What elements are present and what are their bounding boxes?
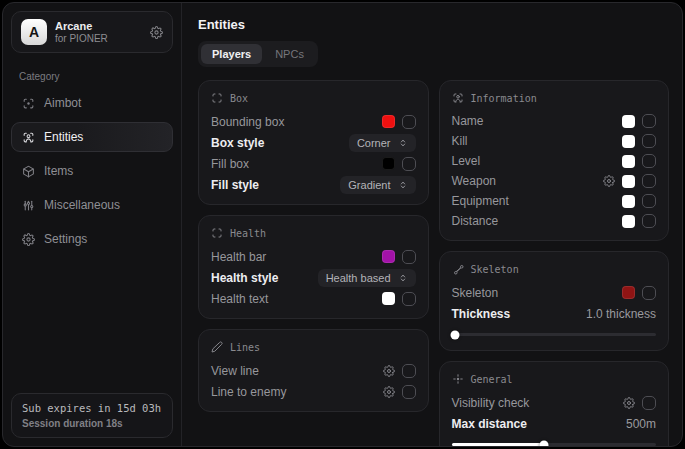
max-distance-slider[interactable] [452,443,657,446]
thickness-slider[interactable] [452,333,657,336]
card-title: Box [230,93,248,104]
kill-checkbox[interactable] [642,134,656,148]
row-label: Health text [211,292,268,306]
box-card: Box Bounding box Box style Corne [198,80,429,205]
general-card: General Visibility check Max distance 50… [439,361,670,447]
weapon-checkbox[interactable] [642,174,656,188]
logo-card: A Arcane for PIONER [11,11,173,53]
sidebar-item-miscellaneous[interactable]: Miscellaneous [11,190,173,220]
person-scan-icon [22,131,35,144]
tab-players[interactable]: Players [201,44,262,64]
visibility-check-row: Visibility check [452,392,657,413]
distance-checkbox[interactable] [642,214,656,228]
row-label: Distance [452,214,499,228]
box-icon [211,92,223,104]
gear-icon[interactable] [383,386,395,398]
health-style-row: Health style Health based [211,267,416,288]
color-swatch[interactable] [622,215,635,228]
lines-card: Lines View line Line to enemy [198,329,429,412]
row-label: Box style [211,136,264,150]
health-card: Health Health bar Health style H [198,215,429,319]
card-title: General [471,374,513,385]
skeleton-card: Skeleton Skeleton Thickness 1.0 thicknes… [439,251,670,351]
row-label: Visibility check [452,396,530,410]
entity-type-tabs: Players NPCs [198,41,318,67]
sidebar-item-entities[interactable]: Entities [11,122,173,152]
information-card: Information Name Kill [439,80,670,241]
sub-expires-text: Sub expires in 15d 03h [22,402,162,414]
color-swatch[interactable] [382,157,395,170]
row-label: Name [452,114,484,128]
color-swatch[interactable] [622,195,635,208]
fill-style-dropdown[interactable]: Gradient [340,176,415,194]
view-line-checkbox[interactable] [402,364,416,378]
color-swatch[interactable] [622,155,635,168]
sidebar-item-items[interactable]: Items [11,156,173,186]
person-scan-icon [452,92,464,104]
color-swatch[interactable] [622,175,635,188]
slider-thumb[interactable] [539,440,548,447]
row-label: Line to enemy [211,385,286,399]
app-logo: A [21,19,47,45]
skeleton-checkbox[interactable] [642,286,656,300]
health-text-row: Health text [211,288,416,309]
crosshair-icon [22,97,35,110]
color-swatch[interactable] [622,286,635,299]
max-distance-row: Max distance 500m [452,413,657,434]
equipment-checkbox[interactable] [642,194,656,208]
slider-thumb[interactable] [450,330,459,339]
health-icon [211,227,223,239]
level-checkbox[interactable] [642,154,656,168]
row-label: Fill style [211,178,259,192]
bounding-box-checkbox[interactable] [402,115,416,129]
subscription-card: Sub expires in 15d 03h Session duration … [11,393,173,438]
card-title: Lines [230,342,260,353]
sidebar: A Arcane for PIONER Category Aimbot Enti… [3,3,182,446]
row-label: Max distance [452,417,527,431]
health-bar-row: Health bar [211,246,416,267]
bone-icon [452,263,464,275]
gear-icon[interactable] [623,397,635,409]
gear-icon [22,233,35,246]
sidebar-item-label: Entities [44,130,83,144]
gear-icon[interactable] [603,175,615,187]
view-line-row: View line [211,360,416,381]
main-panel: Entities Players NPCs Box Bounding box [182,3,682,446]
color-swatch[interactable] [622,135,635,148]
kill-row: Kill [452,131,657,151]
app-subtitle: for PIONER [55,33,108,44]
sidebar-nav: Aimbot Entities Items Miscellaneous Sett… [3,86,181,256]
page-title: Entities [198,17,682,32]
row-label: Health style [211,271,278,285]
visibility-check-checkbox[interactable] [642,396,656,410]
unfold-icon [398,180,408,190]
pencil-icon [211,341,223,353]
line-to-enemy-row: Line to enemy [211,381,416,402]
sidebar-item-settings[interactable]: Settings [11,224,173,254]
tab-npcs[interactable]: NPCs [264,44,315,64]
health-bar-checkbox[interactable] [402,250,416,264]
unfold-icon [398,138,408,148]
color-swatch[interactable] [382,292,395,305]
name-row: Name [452,111,657,131]
sliders-icon [22,199,35,212]
gear-icon[interactable] [383,365,395,377]
distance-row: Distance [452,211,657,231]
box-style-dropdown[interactable]: Corner [349,134,416,152]
fill-box-checkbox[interactable] [402,157,416,171]
row-label: Level [452,154,481,168]
color-swatch[interactable] [382,115,395,128]
name-checkbox[interactable] [642,114,656,128]
settings-gear-icon[interactable] [150,26,163,39]
card-title: Information [471,93,537,104]
health-text-checkbox[interactable] [402,292,416,306]
sidebar-item-aimbot[interactable]: Aimbot [11,88,173,118]
thickness-row: Thickness 1.0 thickness [452,303,657,324]
app-window: A Arcane for PIONER Category Aimbot Enti… [2,2,683,447]
card-title: Skeleton [471,264,519,275]
color-swatch[interactable] [622,115,635,128]
health-style-dropdown[interactable]: Health based [318,269,416,287]
line-to-enemy-checkbox[interactable] [402,385,416,399]
color-swatch[interactable] [382,250,395,263]
sidebar-item-label: Miscellaneous [44,198,120,212]
